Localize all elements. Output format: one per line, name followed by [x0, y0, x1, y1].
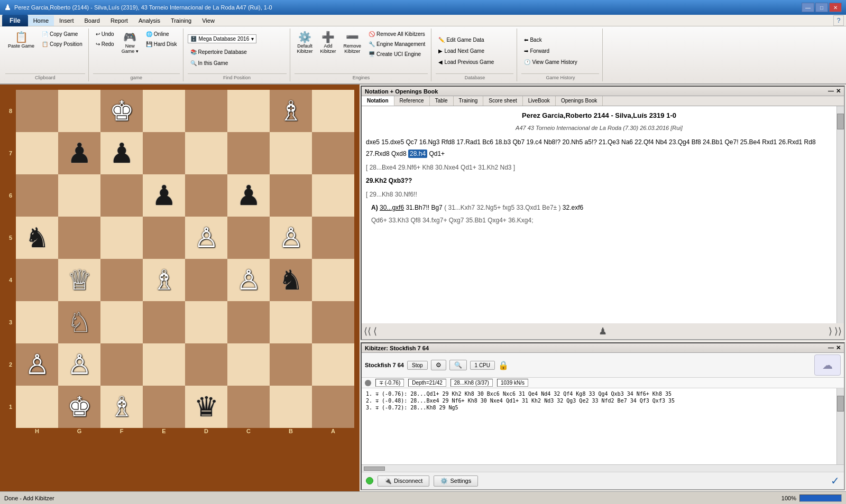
h2[interactable]: ♙	[16, 343, 58, 386]
d7[interactable]	[185, 132, 227, 174]
f7[interactable]: ♟	[100, 132, 143, 174]
load-next-game-button[interactable]: ▶ Load Next Game	[436, 46, 487, 55]
g2[interactable]: ♙	[58, 343, 100, 386]
b1[interactable]	[270, 386, 312, 428]
menu-view[interactable]: View	[197, 15, 220, 26]
a6[interactable]	[312, 174, 354, 217]
lock-icon[interactable]: 🔒	[498, 360, 509, 370]
d8[interactable]	[185, 90, 227, 132]
d1[interactable]: ♛	[185, 386, 227, 428]
c2[interactable]	[227, 343, 270, 386]
tab-openings-book[interactable]: Openings Book	[556, 96, 603, 106]
f1[interactable]: ♗	[100, 386, 143, 428]
f3[interactable]	[100, 301, 143, 343]
tab-livebook[interactable]: LiveBook	[523, 96, 556, 106]
b5[interactable]: ♙	[270, 217, 312, 259]
a1[interactable]	[312, 386, 354, 428]
move-end-icon[interactable]: ⟩⟩	[834, 325, 842, 337]
menu-insert[interactable]: Insert	[54, 15, 79, 26]
b4[interactable]: ♞	[270, 259, 312, 301]
e7[interactable]	[143, 132, 185, 174]
add-kibitzer-button[interactable]: ➕ AddKibitzer	[318, 30, 339, 56]
c6[interactable]: ♟	[227, 174, 270, 217]
c5[interactable]	[227, 217, 270, 259]
c7[interactable]	[227, 132, 270, 174]
undo-button[interactable]: ↩ Undo	[93, 30, 117, 39]
kibitzer-close-icon[interactable]: ✕	[836, 344, 841, 351]
file-menu[interactable]: File	[2, 15, 28, 26]
f5[interactable]	[100, 217, 143, 259]
tab-score-sheet[interactable]: Score sheet	[483, 96, 522, 106]
cpu-button[interactable]: 1 CPU	[470, 361, 495, 370]
d5[interactable]: ♙	[185, 217, 227, 259]
new-game-button[interactable]: 🎮 NewGame ▾	[119, 30, 141, 56]
h3[interactable]	[16, 301, 58, 343]
h8[interactable]	[16, 90, 58, 132]
b7[interactable]	[270, 132, 312, 174]
c8[interactable]	[227, 90, 270, 132]
maximize-button[interactable]: □	[815, 3, 828, 12]
view-game-history-button[interactable]: 🕐 View Game History	[521, 58, 580, 67]
tab-notation[interactable]: Notation	[362, 96, 394, 106]
move-next-icon[interactable]: ⟩	[829, 325, 832, 337]
remove-kibitzer-button[interactable]: ➖ RemoveKibitzer	[341, 30, 364, 56]
a7[interactable]	[312, 132, 354, 174]
load-previous-game-button[interactable]: ◀ Load Previous Game	[436, 58, 496, 67]
g6[interactable]	[58, 174, 100, 217]
g5[interactable]	[58, 217, 100, 259]
kb-search-btn[interactable]: 🔍	[449, 360, 467, 370]
menu-board[interactable]: Board	[79, 15, 105, 26]
f6[interactable]	[100, 174, 143, 217]
redo-button[interactable]: ↪ Redo	[93, 40, 117, 49]
a8[interactable]	[312, 90, 354, 132]
e3[interactable]	[143, 301, 185, 343]
a5[interactable]	[312, 217, 354, 259]
notation-close-icon[interactable]: ✕	[836, 88, 841, 95]
menu-report[interactable]: Report	[105, 15, 133, 26]
f8[interactable]: ♚	[100, 90, 143, 132]
move-prev-icon[interactable]: ⟨	[373, 325, 377, 337]
paste-game-button[interactable]: 📋 Paste Game	[5, 30, 37, 51]
default-kibitzer-button[interactable]: ⚙️ DefaultKibitzer	[295, 30, 316, 56]
menu-training[interactable]: Training	[165, 15, 197, 26]
g8[interactable]	[58, 90, 100, 132]
close-button[interactable]: ✕	[829, 3, 842, 12]
f2[interactable]	[100, 343, 143, 386]
create-uci-button[interactable]: 🖥️ Create UCI Engine	[366, 50, 428, 59]
a3[interactable]	[312, 301, 354, 343]
board-flip-icon[interactable]: ♟	[599, 325, 607, 337]
disconnect-button[interactable]: 🔌 Disconnect	[378, 475, 429, 487]
menu-home[interactable]: Home	[28, 15, 54, 26]
remove-all-kibitzers-button[interactable]: 🚫 Remove All Kibitzers	[366, 30, 428, 39]
settings-button[interactable]: ⚙️ Settings	[434, 475, 478, 487]
kibitzer-minimize-icon[interactable]: —	[828, 344, 834, 351]
e5[interactable]	[143, 217, 185, 259]
hard-disk-button[interactable]: 💾 Hard Disk	[143, 40, 180, 49]
menu-analysis[interactable]: Analysis	[133, 15, 165, 26]
e6[interactable]: ♟	[143, 174, 185, 217]
kibitzer-scrollbar[interactable]	[836, 388, 844, 464]
e2[interactable]	[143, 343, 185, 386]
repertoire-db-button[interactable]: 📚 Repertoire Database	[188, 48, 250, 57]
c4[interactable]: ♙	[227, 259, 270, 301]
forward-button[interactable]: ➡ Forward	[521, 46, 552, 55]
a4[interactable]	[312, 259, 354, 301]
help-icon[interactable]: ?	[833, 15, 844, 26]
kb-settings-btn[interactable]: ⚙	[431, 360, 446, 370]
d2[interactable]	[185, 343, 227, 386]
current-move[interactable]: 28.h4	[408, 150, 427, 158]
b8[interactable]: ♗	[270, 90, 312, 132]
tab-training[interactable]: Training	[454, 96, 484, 106]
b6[interactable]	[270, 174, 312, 217]
c1[interactable]	[227, 386, 270, 428]
a2[interactable]	[312, 343, 354, 386]
e4[interactable]: ♗	[143, 259, 185, 301]
g3[interactable]: ♘	[58, 301, 100, 343]
minimize-button[interactable]: —	[802, 3, 814, 12]
f4[interactable]	[100, 259, 143, 301]
mega-database-dropdown[interactable]: 🗄️ Mega Database 2016 ▾	[188, 34, 257, 43]
back-button[interactable]: ⬅ Back	[521, 35, 544, 44]
g4[interactable]: ♕	[58, 259, 100, 301]
h1[interactable]	[16, 386, 58, 428]
h4[interactable]	[16, 259, 58, 301]
